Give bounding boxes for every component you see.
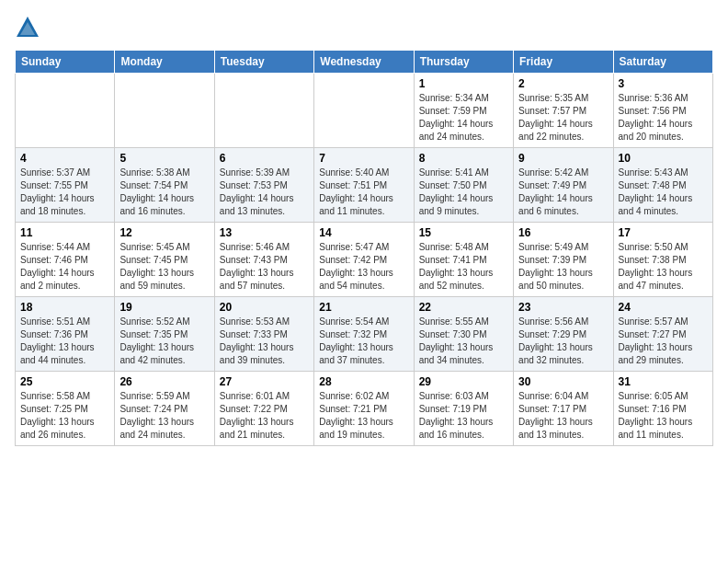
calendar-cell: 24Sunrise: 5:57 AM Sunset: 7:27 PM Dayli… [613, 297, 712, 372]
column-header-monday: Monday [115, 51, 214, 74]
calendar-cell [16, 74, 115, 148]
day-content: Sunrise: 5:41 AM Sunset: 7:50 PM Dayligh… [419, 167, 508, 218]
calendar-cell: 28Sunrise: 6:02 AM Sunset: 7:21 PM Dayli… [314, 372, 414, 446]
day-number: 9 [518, 152, 608, 165]
calendar-table: SundayMondayTuesdayWednesdayThursdayFrid… [15, 50, 713, 446]
day-content: Sunrise: 5:57 AM Sunset: 7:27 PM Dayligh… [619, 316, 708, 367]
day-number: 29 [419, 375, 508, 388]
calendar-cell: 15Sunrise: 5:48 AM Sunset: 7:41 PM Dayli… [414, 223, 513, 297]
day-content: Sunrise: 5:45 AM Sunset: 7:45 PM Dayligh… [119, 241, 209, 293]
calendar-cell: 11Sunrise: 5:44 AM Sunset: 7:46 PM Dayli… [16, 223, 115, 297]
calendar-cell: 9Sunrise: 5:42 AM Sunset: 7:49 PM Daylig… [514, 148, 613, 223]
calendar-week-row: 1Sunrise: 5:34 AM Sunset: 7:59 PM Daylig… [16, 74, 713, 148]
calendar-cell: 18Sunrise: 5:51 AM Sunset: 7:36 PM Dayli… [16, 297, 115, 372]
day-number: 26 [119, 375, 209, 388]
day-content: Sunrise: 5:43 AM Sunset: 7:48 PM Dayligh… [619, 167, 708, 218]
day-number: 12 [119, 226, 209, 239]
day-number: 28 [319, 375, 408, 388]
calendar-cell: 30Sunrise: 6:04 AM Sunset: 7:17 PM Dayli… [514, 372, 613, 446]
day-number: 4 [20, 152, 109, 165]
column-header-wednesday: Wednesday [314, 51, 414, 74]
day-number: 18 [20, 301, 109, 314]
calendar-cell: 23Sunrise: 5:56 AM Sunset: 7:29 PM Dayli… [514, 297, 613, 372]
day-number: 19 [119, 301, 209, 314]
day-content: Sunrise: 5:37 AM Sunset: 7:55 PM Dayligh… [20, 167, 109, 218]
day-number: 15 [419, 226, 508, 239]
page-header [15, 15, 713, 40]
day-number: 14 [319, 226, 408, 239]
day-content: Sunrise: 5:47 AM Sunset: 7:42 PM Dayligh… [319, 241, 408, 293]
day-content: Sunrise: 6:03 AM Sunset: 7:19 PM Dayligh… [419, 390, 508, 442]
calendar-cell: 31Sunrise: 6:05 AM Sunset: 7:16 PM Dayli… [613, 372, 712, 446]
day-content: Sunrise: 5:55 AM Sunset: 7:30 PM Dayligh… [419, 316, 508, 367]
column-header-tuesday: Tuesday [214, 51, 313, 74]
day-content: Sunrise: 5:58 AM Sunset: 7:25 PM Dayligh… [20, 390, 109, 442]
day-content: Sunrise: 5:39 AM Sunset: 7:53 PM Dayligh… [220, 167, 309, 218]
day-number: 3 [619, 77, 708, 90]
day-content: Sunrise: 5:51 AM Sunset: 7:36 PM Dayligh… [20, 316, 109, 367]
day-content: Sunrise: 5:56 AM Sunset: 7:29 PM Dayligh… [518, 316, 608, 367]
calendar-cell: 3Sunrise: 5:36 AM Sunset: 7:56 PM Daylig… [613, 74, 712, 148]
calendar-cell: 29Sunrise: 6:03 AM Sunset: 7:19 PM Dayli… [414, 372, 513, 446]
column-header-sunday: Sunday [16, 51, 115, 74]
calendar-cell: 20Sunrise: 5:53 AM Sunset: 7:33 PM Dayli… [214, 297, 313, 372]
calendar-cell [314, 74, 414, 148]
calendar-cell: 27Sunrise: 6:01 AM Sunset: 7:22 PM Dayli… [214, 372, 313, 446]
day-content: Sunrise: 5:59 AM Sunset: 7:24 PM Dayligh… [119, 390, 209, 442]
calendar-cell: 6Sunrise: 5:39 AM Sunset: 7:53 PM Daylig… [214, 148, 313, 223]
day-number: 30 [518, 375, 608, 388]
day-number: 17 [619, 226, 708, 239]
calendar-cell [214, 74, 313, 148]
day-content: Sunrise: 5:49 AM Sunset: 7:39 PM Dayligh… [518, 241, 608, 293]
day-number: 20 [220, 301, 309, 314]
day-content: Sunrise: 6:05 AM Sunset: 7:16 PM Dayligh… [619, 390, 708, 442]
calendar-cell: 10Sunrise: 5:43 AM Sunset: 7:48 PM Dayli… [613, 148, 712, 223]
day-number: 24 [619, 301, 708, 314]
day-content: Sunrise: 5:36 AM Sunset: 7:56 PM Dayligh… [619, 92, 708, 144]
column-header-saturday: Saturday [613, 51, 712, 74]
column-header-thursday: Thursday [414, 51, 513, 74]
day-number: 7 [319, 152, 408, 165]
calendar-cell [115, 74, 214, 148]
logo-icon [15, 15, 40, 40]
day-content: Sunrise: 5:40 AM Sunset: 7:51 PM Dayligh… [319, 167, 408, 218]
day-number: 10 [619, 152, 708, 165]
calendar-cell: 12Sunrise: 5:45 AM Sunset: 7:45 PM Dayli… [115, 223, 214, 297]
calendar-week-row: 11Sunrise: 5:44 AM Sunset: 7:46 PM Dayli… [16, 223, 713, 297]
calendar-cell: 2Sunrise: 5:35 AM Sunset: 7:57 PM Daylig… [514, 74, 613, 148]
calendar-header-row: SundayMondayTuesdayWednesdayThursdayFrid… [16, 51, 713, 74]
day-number: 21 [319, 301, 408, 314]
day-content: Sunrise: 5:35 AM Sunset: 7:57 PM Dayligh… [518, 92, 608, 144]
calendar-cell: 8Sunrise: 5:41 AM Sunset: 7:50 PM Daylig… [414, 148, 513, 223]
day-content: Sunrise: 5:42 AM Sunset: 7:49 PM Dayligh… [518, 167, 608, 218]
logo [15, 15, 42, 40]
day-number: 8 [419, 152, 508, 165]
calendar-cell: 19Sunrise: 5:52 AM Sunset: 7:35 PM Dayli… [115, 297, 214, 372]
day-content: Sunrise: 5:48 AM Sunset: 7:41 PM Dayligh… [419, 241, 508, 293]
day-content: Sunrise: 5:52 AM Sunset: 7:35 PM Dayligh… [119, 316, 209, 367]
day-content: Sunrise: 5:46 AM Sunset: 7:43 PM Dayligh… [220, 241, 309, 293]
calendar-cell: 21Sunrise: 5:54 AM Sunset: 7:32 PM Dayli… [314, 297, 414, 372]
calendar-week-row: 4Sunrise: 5:37 AM Sunset: 7:55 PM Daylig… [16, 148, 713, 223]
day-content: Sunrise: 5:50 AM Sunset: 7:38 PM Dayligh… [619, 241, 708, 293]
calendar-week-row: 18Sunrise: 5:51 AM Sunset: 7:36 PM Dayli… [16, 297, 713, 372]
column-header-friday: Friday [514, 51, 613, 74]
calendar-cell: 7Sunrise: 5:40 AM Sunset: 7:51 PM Daylig… [314, 148, 414, 223]
calendar-cell: 25Sunrise: 5:58 AM Sunset: 7:25 PM Dayli… [16, 372, 115, 446]
day-number: 22 [419, 301, 508, 314]
day-number: 11 [20, 226, 109, 239]
day-content: Sunrise: 6:04 AM Sunset: 7:17 PM Dayligh… [518, 390, 608, 442]
day-content: Sunrise: 5:38 AM Sunset: 7:54 PM Dayligh… [119, 167, 209, 218]
day-content: Sunrise: 6:01 AM Sunset: 7:22 PM Dayligh… [220, 390, 309, 442]
day-number: 27 [220, 375, 309, 388]
calendar-cell: 1Sunrise: 5:34 AM Sunset: 7:59 PM Daylig… [414, 74, 513, 148]
day-number: 6 [220, 152, 309, 165]
day-number: 31 [619, 375, 708, 388]
day-content: Sunrise: 6:02 AM Sunset: 7:21 PM Dayligh… [319, 390, 408, 442]
day-number: 1 [419, 77, 508, 90]
day-number: 23 [518, 301, 608, 314]
day-content: Sunrise: 5:53 AM Sunset: 7:33 PM Dayligh… [220, 316, 309, 367]
calendar-cell: 26Sunrise: 5:59 AM Sunset: 7:24 PM Dayli… [115, 372, 214, 446]
day-number: 13 [220, 226, 309, 239]
calendar-cell: 4Sunrise: 5:37 AM Sunset: 7:55 PM Daylig… [16, 148, 115, 223]
